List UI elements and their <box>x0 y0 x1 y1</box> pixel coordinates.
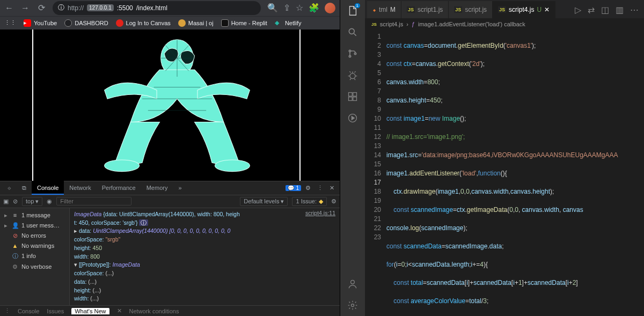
bookmark-youtube[interactable]: ▸YouTube <box>24 19 57 27</box>
star-icon[interactable]: ☆ <box>296 3 303 13</box>
bookmark-netlify[interactable]: ◆Netlify <box>275 19 302 27</box>
issues-chip[interactable]: 1 Issue: ◆ <box>292 197 327 206</box>
extensions-icon[interactable]: 🧩 <box>309 3 319 13</box>
account-icon[interactable] <box>346 277 359 290</box>
share-icon[interactable]: ⇪ <box>283 3 290 13</box>
drawer-console[interactable]: Console <box>18 308 39 314</box>
bookmark-dashbord[interactable]: DASHBORD <box>64 19 108 27</box>
svg-point-4 <box>349 50 350 52</box>
tab-more[interactable]: » <box>173 181 187 195</box>
levels-select[interactable]: Default levels ▾ <box>240 197 288 206</box>
drawer-whatsnew[interactable]: What's New <box>71 308 109 314</box>
source-link[interactable]: script4.js:11 <box>305 209 335 218</box>
clear-icon[interactable]: ⊘ <box>13 198 18 205</box>
vscode-window: 1 ⬥tml M JSscript1.js JSscript.js JSscri… <box>340 0 644 316</box>
gear-icon[interactable]: ⚙ <box>331 198 336 205</box>
side-info[interactable]: ⓘ1 info <box>0 251 69 262</box>
chrome-window: ← → ⟳ ⓘ http://127.0.0.1:5500/index.html… <box>0 0 340 316</box>
explorer-icon[interactable]: 1 <box>346 4 359 17</box>
svg-rect-8 <box>349 93 353 97</box>
info-icon: ⓘ <box>58 3 64 12</box>
tab-network[interactable]: Network <box>64 181 96 195</box>
bookmark-replit[interactable]: Home - Replit <box>221 19 267 27</box>
code-content[interactable]: const canvas=document.getElementById('ca… <box>386 30 644 316</box>
back-button[interactable]: ← <box>4 3 14 13</box>
chrome-toolbar: ← → ⟳ ⓘ http://127.0.0.1:5500/index.html… <box>0 0 340 16</box>
tab-console[interactable]: Console <box>32 181 64 195</box>
inspect-icon[interactable]: ⟐ <box>2 181 17 195</box>
spiderman-figure <box>86 35 268 174</box>
kebab-icon[interactable]: ⋮ <box>314 185 326 192</box>
context-select[interactable]: top ▾ <box>22 197 42 206</box>
run-button[interactable]: ▷ <box>575 5 581 15</box>
debug-icon[interactable] <box>346 69 359 82</box>
devtools-panel: ⟐ ⧉ Console Network Performance Memory »… <box>0 181 340 316</box>
tab-performance[interactable]: Performance <box>97 181 141 195</box>
svg-point-6 <box>354 53 356 54</box>
svg-point-5 <box>349 55 350 57</box>
filter-input[interactable] <box>56 197 131 205</box>
url-port: :5500 <box>117 4 133 12</box>
extensions-icon[interactable] <box>346 90 359 103</box>
svg-point-14 <box>352 304 354 307</box>
search-icon[interactable] <box>346 26 359 39</box>
breadcrumb[interactable]: JSscript4.js › ƒ image1.addEventListener… <box>365 18 644 30</box>
side-user[interactable]: ▸👤1 user mess… <box>0 221 69 231</box>
code-editor[interactable]: 1234567891011121314151617181920212223 co… <box>365 30 644 316</box>
chat-badge[interactable]: 💬 1 <box>286 185 301 191</box>
svg-rect-11 <box>353 97 357 101</box>
settings-icon[interactable]: ⚙ <box>302 185 314 192</box>
eye-icon[interactable]: ◉ <box>47 198 52 205</box>
forward-button[interactable]: → <box>20 3 30 13</box>
split-icon[interactable]: ◫ <box>601 5 609 15</box>
more-icon[interactable]: ⋯ <box>630 5 639 15</box>
tab-close-icon[interactable]: ✕ <box>544 6 550 13</box>
tab-html[interactable]: ⬥tml M <box>367 1 401 18</box>
source-control-icon[interactable] <box>346 47 359 60</box>
profile-avatar[interactable] <box>325 3 335 13</box>
side-warnings[interactable]: ▲No warnings <box>0 241 69 251</box>
close-icon[interactable]: ✕ <box>326 185 338 192</box>
url-host: 127.0.0.1 <box>87 4 114 11</box>
page-viewport <box>0 30 340 181</box>
tab-script4[interactable]: JSscript4.js U ✕ <box>493 1 555 18</box>
git-compare-icon[interactable]: ⇄ <box>588 5 595 15</box>
drawer-close-icon[interactable]: ✕ <box>117 307 122 314</box>
drawer-kebab[interactable]: ⋮ <box>4 307 10 314</box>
run-icon[interactable] <box>346 112 359 124</box>
address-bar[interactable]: ⓘ http://127.0.0.1:5500/index.html <box>53 1 261 15</box>
devtools-drawer-tabs: ⋮ Console Issues What's New ✕ Network co… <box>0 305 340 316</box>
console-toolbar: ▣ ⊘ top ▾ ◉ Default levels ▾ 1 Issue: ◆ … <box>0 195 340 208</box>
svg-point-2 <box>215 160 250 172</box>
svg-rect-9 <box>353 93 357 97</box>
bookmark-masai[interactable]: Masai | oj <box>178 19 214 27</box>
side-verbose[interactable]: ⚙No verbose <box>0 262 69 272</box>
apps-button[interactable]: ⋮⋮ <box>4 19 16 26</box>
sidebar-toggle[interactable]: ▣ <box>3 198 9 205</box>
url-scheme: http:// <box>68 4 84 12</box>
svg-rect-10 <box>349 97 353 101</box>
console-sidebar: ▸≡1 message ▸👤1 user mess… ⊘No errors ▲N… <box>0 208 70 305</box>
console-output: script4.js:11 ImageData {data: Uint8Clam… <box>70 208 340 305</box>
tab-memory[interactable]: Memory <box>141 181 173 195</box>
device-icon[interactable]: ⧉ <box>17 181 32 195</box>
side-messages[interactable]: ▸≡1 message <box>0 210 69 221</box>
svg-point-1 <box>105 160 140 172</box>
layout-icon[interactable]: ▥ <box>616 5 624 15</box>
drawer-network[interactable]: Network conditions <box>129 308 179 314</box>
tab-script[interactable]: JSscript.js <box>449 1 493 18</box>
reload-button[interactable]: ⟳ <box>36 3 46 13</box>
side-errors[interactable]: ⊘No errors <box>0 231 69 241</box>
editor-area: ⬥tml M JSscript1.js JSscript.js JSscript… <box>365 0 644 316</box>
svg-point-7 <box>350 74 355 79</box>
editor-tabs: ⬥tml M JSscript1.js JSscript.js JSscript… <box>365 0 644 18</box>
drawer-issues[interactable]: Issues <box>47 308 64 314</box>
manage-icon[interactable] <box>346 299 359 312</box>
url-path: /index.html <box>136 4 167 12</box>
search-icon[interactable]: 🔍 <box>267 3 278 13</box>
bookmark-canvas[interactable]: Log In to Canvas <box>116 19 171 27</box>
canvas-output <box>32 30 301 181</box>
line-gutter: 1234567891011121314151617181920212223 <box>365 30 386 316</box>
tab-script1[interactable]: JSscript1.js <box>401 1 449 18</box>
bookmarks-bar: ⋮⋮ ▸YouTube DASHBORD Log In to Canvas Ma… <box>0 16 340 30</box>
